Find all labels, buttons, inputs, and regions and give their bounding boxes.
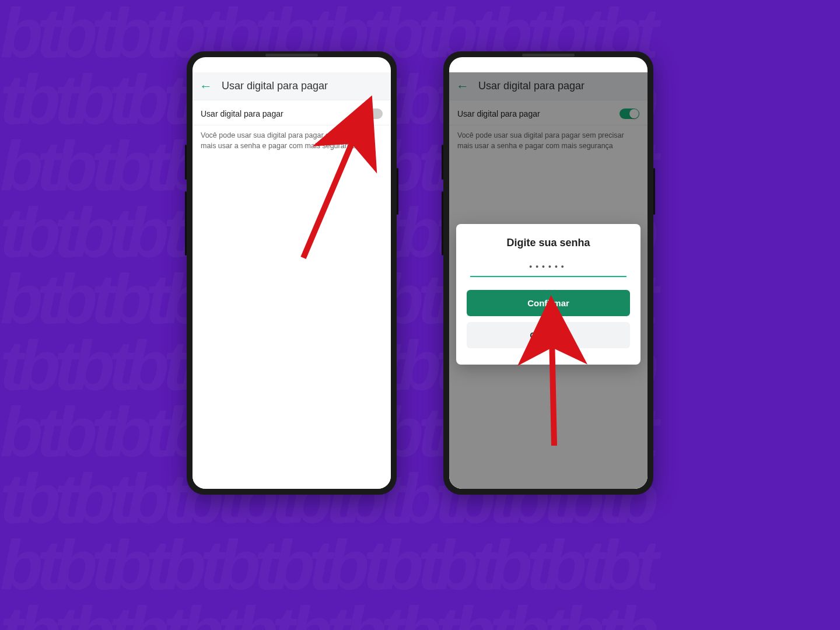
phone-mockup-2: ← Usar digital para pagar Usar digital p… [443, 51, 653, 495]
setting-row[interactable]: Usar digital para pagar [192, 100, 391, 125]
setting-description: Você pode usar sua digital para pagar se… [192, 125, 391, 156]
setting-label: Usar digital para pagar [201, 109, 284, 118]
password-modal: Digite sua senha •••••• Confirmar Cancel… [456, 224, 640, 365]
modal-title: Digite sua senha [467, 237, 630, 249]
back-arrow-icon[interactable]: ← [200, 80, 212, 93]
app-header: ← Usar digital para pagar [192, 72, 391, 100]
phone-mockup-1: ← Usar digital para pagar Usar digital p… [187, 51, 397, 495]
password-input[interactable]: •••••• [470, 262, 626, 277]
cancel-button[interactable]: Cancelar [467, 322, 630, 348]
confirm-button[interactable]: Confirmar [467, 290, 630, 316]
fingerprint-toggle[interactable] [363, 108, 383, 119]
header-title: Usar digital para pagar [222, 80, 328, 92]
